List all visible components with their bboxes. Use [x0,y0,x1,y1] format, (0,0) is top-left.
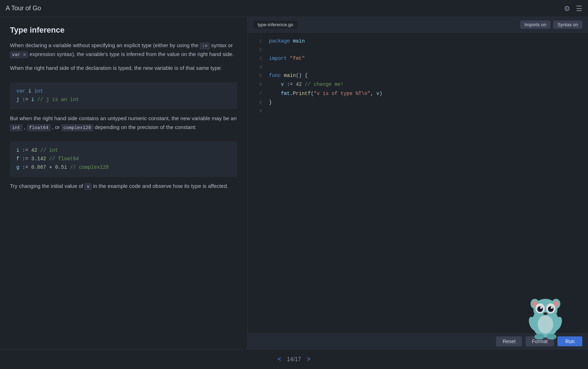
inline-code-assign: := [200,43,210,49]
editor-line-5: 5 func main() { [248,71,588,80]
inline-code-complex128: complex128 [61,124,93,131]
menu-icon[interactable]: ☰ [576,4,582,13]
paragraph-3: But when the right hand side contains an… [10,114,237,132]
inline-code-v: v [84,183,92,190]
lesson-title: Type inference [10,26,237,35]
editor-line-1: 1 package main [248,37,588,46]
inline-code-var: var = [10,51,28,58]
syntax-on-button[interactable]: Syntax on [553,21,582,29]
svg-point-16 [534,334,544,340]
code-block-1: var i int j := i // j is an int [10,82,237,109]
page-indicator: 14/17 [287,356,301,363]
gear-icon[interactable]: ⚙ [564,4,570,13]
paragraph-1: When declaring a variable without specif… [10,41,237,59]
app-title: A Tour of Go [6,5,41,12]
imports-on-button[interactable]: Imports on [520,21,550,29]
inline-code-int: int [10,124,22,131]
editor-line-3: 3 import "fmt" [248,54,588,63]
svg-point-8 [537,306,543,312]
paragraph-2: When the right hand side of the declarat… [10,64,237,73]
editor-line-8: 8 } [248,98,588,107]
paragraph-4: Try changing the initial value of v in t… [10,182,237,191]
file-tab[interactable]: type-inference.go [253,21,297,29]
editor-line-9: 9 [248,107,588,115]
svg-point-17 [546,334,556,340]
editor-line-7: 7 fmt.Printf("v is of type %T\n", v) [248,89,588,98]
editor-line-2: 2 [248,46,588,54]
svg-point-15 [538,315,553,334]
svg-point-10 [540,307,542,309]
svg-point-11 [551,307,553,309]
svg-point-9 [548,306,554,312]
next-button[interactable]: > [307,356,311,363]
editor-line-4: 4 [248,63,588,71]
prev-button[interactable]: < [277,356,281,363]
editor-line-6: 6 v := 42 // change me! [248,80,588,89]
inline-code-float64: float64 [27,124,51,131]
svg-point-12 [543,312,548,315]
code-block-2: i := 42 // int f := 3.142 // float64 g :… [10,141,237,177]
gopher-mascot [517,285,581,349]
